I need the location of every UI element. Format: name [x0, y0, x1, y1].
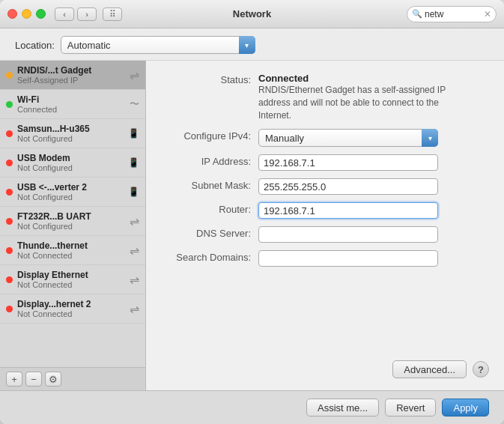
status-dot-samsung [6, 130, 13, 137]
subnet-input[interactable] [258, 178, 438, 195]
status-dot-display [6, 276, 13, 283]
usb-modem-icon: 📱 [128, 157, 139, 168]
sidebar-item-status-usb-verter: Not Configured [17, 193, 125, 202]
subnet-label: Subnet Mask: [161, 178, 258, 191]
sidebar-item-status-usb-modem: Not Configured [17, 163, 125, 172]
status-dot-rndis [6, 72, 13, 79]
sidebar-item-name-usb-modem: USB Modem [17, 153, 125, 163]
ip-input[interactable] [258, 154, 438, 171]
maximize-button[interactable] [36, 9, 46, 19]
dns-label: DNS Server: [161, 226, 258, 239]
detail-footer: Advanced... ? [161, 353, 489, 378]
search-domains-label: Search Domains: [161, 250, 258, 263]
display-ethernet-icon: ⇌ [130, 273, 139, 287]
sidebar-item-status-thunde: Not Connected [17, 251, 127, 260]
add-network-button[interactable]: + [6, 372, 22, 387]
grid-icon: ⠿ [109, 9, 116, 19]
sidebar-item-usb-modem[interactable]: USB Modem Not Configured 📱 [0, 148, 145, 178]
configure-label: Configure IPv4: [161, 129, 258, 142]
minimize-button[interactable] [22, 9, 31, 19]
sidebar-item-thunde[interactable]: Thunde...thernet Not Connected ⇌ [0, 236, 145, 265]
thunde-ethernet-icon: ⇌ [130, 243, 139, 258]
gear-button[interactable]: ⚙ [45, 372, 61, 387]
sidebar-item-display2[interactable]: Display...hernet 2 Not Connected ⇌ [0, 294, 145, 324]
usb-verter-icon: 📱 [128, 187, 139, 197]
traffic-lights [7, 9, 46, 19]
advanced-button[interactable]: Advanced... [392, 360, 467, 378]
status-dot-usb-verter [6, 189, 13, 196]
dns-input[interactable] [258, 226, 438, 243]
search-input[interactable] [425, 9, 477, 19]
nav-buttons: ‹ › [55, 7, 97, 21]
sidebar-item-status-samsung: Not Configured [17, 134, 125, 143]
configure-select[interactable]: Manually Using DHCP Using DHCP with manu… [258, 129, 438, 147]
main-content: RNDIS/...t Gadget Self-Assigned IP ⇌ Wi-… [0, 61, 504, 390]
revert-button[interactable]: Revert [385, 399, 436, 417]
subnet-row: Subnet Mask: [161, 178, 489, 195]
search-clear-icon[interactable]: ✕ [484, 9, 491, 19]
location-bar: Location: Automatic Edit Locations... ▾ [0, 28, 504, 61]
samsung-phone-icon: 📱 [128, 128, 139, 139]
sidebar-item-name-usb-verter: USB <-...verter 2 [17, 182, 125, 193]
sidebar-item-name-ft232: FT232R...B UART [17, 211, 127, 222]
app-grid-button[interactable]: ⠿ [103, 7, 122, 21]
status-dot-wifi [6, 101, 13, 108]
location-select-wrap: Automatic Edit Locations... ▾ [61, 36, 255, 54]
bottom-bar: Assist me... Revert Apply [0, 390, 504, 424]
search-domains-input[interactable] [258, 250, 438, 267]
sidebar-item-name-wifi: Wi-Fi [17, 94, 127, 105]
sidebar-item-name-display: Display Ethernet [17, 270, 127, 280]
status-dot-display2 [6, 306, 13, 312]
sidebar-item-name-display2: Display...hernet 2 [17, 299, 127, 309]
router-label: Router: [161, 202, 258, 215]
close-button[interactable] [7, 9, 17, 19]
sidebar-bottom-bar: + − ⚙ [0, 367, 145, 390]
wifi-icon: 〜 [130, 97, 139, 111]
assist-button[interactable]: Assist me... [306, 399, 379, 417]
status-dot-ft232 [6, 218, 13, 225]
router-row: Router: [161, 202, 489, 219]
back-button[interactable]: ‹ [55, 7, 74, 21]
detail-panel: Status: Connected RNDIS/Ethernet Gadget … [146, 61, 504, 390]
window-title: Network [233, 8, 271, 19]
forward-button[interactable]: › [77, 7, 97, 21]
sidebar-item-display[interactable]: Display Ethernet Not Connected ⇌ [0, 265, 145, 294]
title-bar: ‹ › ⠿ Network 🔍 ✕ [0, 0, 504, 28]
configure-row: Configure IPv4: Manually Using DHCP Usin… [161, 129, 489, 147]
sidebar-item-status-ft232: Not Configured [17, 222, 127, 231]
sidebar: RNDIS/...t Gadget Self-Assigned IP ⇌ Wi-… [0, 61, 146, 390]
location-label: Location: [15, 40, 55, 51]
search-icon: 🔍 [412, 9, 422, 19]
sidebar-item-wifi[interactable]: Wi-Fi Connected 〜 [0, 90, 145, 119]
status-label: Status: [161, 73, 258, 85]
status-row: Status: Connected RNDIS/Ethernet Gadget … [161, 73, 489, 121]
sidebar-item-name-samsung: Samsun...H-u365 [17, 124, 125, 134]
ip-label: IP Address: [161, 154, 258, 167]
display2-ethernet-icon: ⇌ [130, 302, 139, 316]
sidebar-item-name-rndis: RNDIS/...t Gadget [17, 65, 127, 76]
remove-network-button[interactable]: − [25, 372, 42, 387]
search-bar[interactable]: 🔍 ✕ [407, 6, 497, 22]
search-domains-row: Search Domains: [161, 250, 489, 267]
sidebar-item-usb-verter[interactable]: USB <-...verter 2 Not Configured 📱 [0, 178, 145, 207]
sidebar-item-status-display2: Not Connected [17, 309, 127, 318]
rndis-ethernet-icon: ⇌ [130, 68, 139, 82]
status-dot-usb-modem [6, 160, 13, 166]
sidebar-item-name-thunde: Thunde...thernet [17, 240, 127, 251]
sidebar-item-status-rndis: Self-Assigned IP [17, 76, 127, 85]
sidebar-item-ft232[interactable]: FT232R...B UART Not Configured ⇌ [0, 207, 145, 236]
status-dot-thunde [6, 247, 13, 254]
network-window: ‹ › ⠿ Network 🔍 ✕ Location: Automatic Ed… [0, 0, 504, 424]
location-select[interactable]: Automatic Edit Locations... [61, 36, 255, 54]
sidebar-item-rndis[interactable]: RNDIS/...t Gadget Self-Assigned IP ⇌ [0, 61, 145, 90]
apply-button[interactable]: Apply [442, 399, 489, 417]
dns-row: DNS Server: [161, 226, 489, 243]
ft232-ethernet-icon: ⇌ [130, 214, 139, 228]
status-value: Connected [258, 73, 489, 84]
sidebar-item-status-display: Not Connected [17, 280, 127, 289]
sidebar-item-samsung[interactable]: Samsun...H-u365 Not Configured 📱 [0, 119, 145, 148]
ip-row: IP Address: [161, 154, 489, 171]
help-button[interactable]: ? [473, 361, 489, 378]
router-input[interactable] [258, 202, 438, 219]
sidebar-item-status-wifi: Connected [17, 105, 127, 114]
